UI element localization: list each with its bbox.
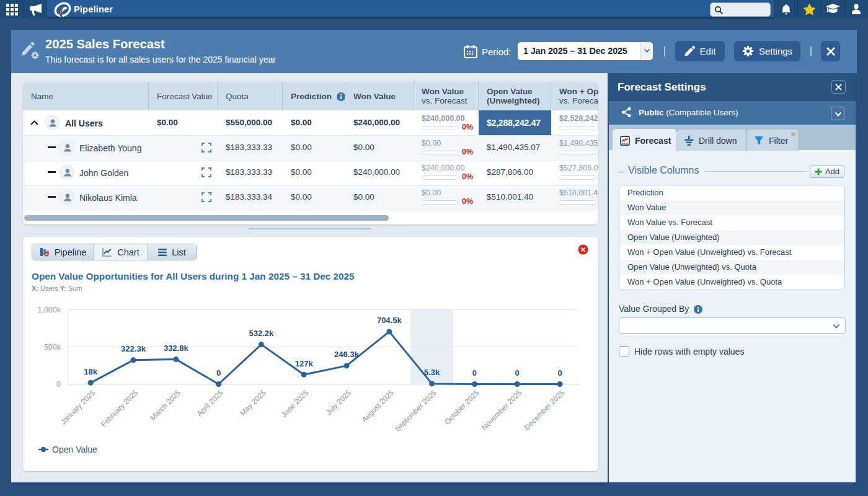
svg-text:December 2025: December 2025 <box>523 388 567 432</box>
svg-text:127k: 127k <box>295 359 314 368</box>
svg-text:November 2025: November 2025 <box>480 388 524 432</box>
svg-text:0: 0 <box>56 380 61 389</box>
svg-text:Open Value: Open Value <box>52 445 97 454</box>
svg-text:500k: 500k <box>44 343 61 352</box>
svg-text:5.3k: 5.3k <box>424 368 440 377</box>
svg-text:0: 0 <box>557 368 562 378</box>
svg-text:October 2025: October 2025 <box>443 388 481 427</box>
svg-text:322.3k: 322.3k <box>121 344 146 353</box>
svg-text:332.8k: 332.8k <box>164 343 189 353</box>
svg-text:January 2025: January 2025 <box>59 388 97 427</box>
svg-text:704.5k: 704.5k <box>377 316 402 325</box>
svg-text:August 2025: August 2025 <box>360 388 396 424</box>
svg-text:May 2025: May 2025 <box>238 388 267 417</box>
svg-text:March 2025: March 2025 <box>148 388 182 422</box>
svg-text:246.3k: 246.3k <box>334 350 360 359</box>
svg-text:September 2025: September 2025 <box>393 388 438 433</box>
svg-text:0: 0 <box>515 368 520 378</box>
svg-text:February 2025: February 2025 <box>99 388 140 428</box>
svg-text:1,000k: 1,000k <box>37 306 61 314</box>
svg-text:532.2k: 532.2k <box>249 329 275 338</box>
svg-text:18k: 18k <box>84 367 97 376</box>
svg-text:June 2025: June 2025 <box>280 388 311 419</box>
svg-text:July 2025: July 2025 <box>324 388 353 417</box>
svg-text:0: 0 <box>216 368 221 378</box>
svg-text:0: 0 <box>472 368 477 378</box>
svg-text:April 2025: April 2025 <box>195 388 225 418</box>
